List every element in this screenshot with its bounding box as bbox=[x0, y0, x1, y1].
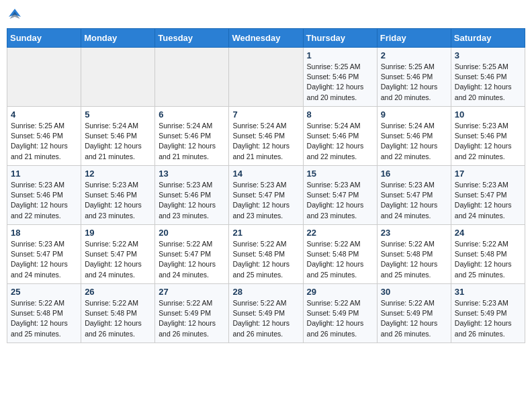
day-number: 5 bbox=[85, 109, 151, 120]
day-cell: 24Sunrise: 5:22 AM Sunset: 5:48 PM Dayli… bbox=[451, 225, 525, 284]
day-number: 18 bbox=[11, 228, 77, 238]
day-number: 14 bbox=[232, 169, 299, 179]
day-cell bbox=[155, 48, 229, 107]
day-info: Sunrise: 5:22 AM Sunset: 5:48 PM Dayligh… bbox=[232, 239, 299, 280]
calendar-header: SundayMondayTuesdayWednesdayThursdayFrid… bbox=[7, 29, 525, 48]
header-sunday: Sunday bbox=[7, 29, 81, 48]
header-row: SundayMondayTuesdayWednesdayThursdayFrid… bbox=[7, 29, 525, 48]
day-cell: 22Sunrise: 5:22 AM Sunset: 5:48 PM Dayli… bbox=[303, 225, 377, 284]
day-number: 25 bbox=[11, 287, 77, 297]
day-number: 2 bbox=[381, 50, 447, 60]
day-info: Sunrise: 5:23 AM Sunset: 5:47 PM Dayligh… bbox=[232, 180, 299, 221]
calendar-body: 1Sunrise: 5:25 AM Sunset: 5:46 PM Daylig… bbox=[7, 48, 525, 343]
day-cell: 12Sunrise: 5:23 AM Sunset: 5:46 PM Dayli… bbox=[81, 166, 155, 225]
day-info: Sunrise: 5:24 AM Sunset: 5:46 PM Dayligh… bbox=[381, 121, 447, 162]
day-info: Sunrise: 5:22 AM Sunset: 5:49 PM Dayligh… bbox=[232, 298, 299, 339]
day-info: Sunrise: 5:22 AM Sunset: 5:48 PM Dayligh… bbox=[11, 298, 77, 339]
day-cell: 31Sunrise: 5:23 AM Sunset: 5:49 PM Dayli… bbox=[451, 284, 525, 343]
day-info: Sunrise: 5:22 AM Sunset: 5:47 PM Dayligh… bbox=[159, 239, 225, 280]
day-number: 24 bbox=[455, 228, 521, 238]
day-number: 8 bbox=[307, 109, 373, 120]
day-number: 11 bbox=[11, 169, 77, 179]
day-info: Sunrise: 5:25 AM Sunset: 5:46 PM Dayligh… bbox=[381, 62, 447, 103]
day-cell: 16Sunrise: 5:23 AM Sunset: 5:47 PM Dayli… bbox=[377, 166, 451, 225]
day-cell: 7Sunrise: 5:24 AM Sunset: 5:46 PM Daylig… bbox=[229, 107, 303, 166]
day-info: Sunrise: 5:24 AM Sunset: 5:46 PM Dayligh… bbox=[307, 121, 373, 162]
header-friday: Friday bbox=[377, 29, 451, 48]
day-number: 16 bbox=[381, 169, 447, 179]
day-info: Sunrise: 5:23 AM Sunset: 5:46 PM Dayligh… bbox=[159, 180, 225, 221]
header-tuesday: Tuesday bbox=[155, 29, 229, 48]
day-number: 26 bbox=[85, 287, 151, 297]
day-cell: 3Sunrise: 5:25 AM Sunset: 5:46 PM Daylig… bbox=[451, 48, 525, 107]
day-cell: 26Sunrise: 5:22 AM Sunset: 5:48 PM Dayli… bbox=[81, 284, 155, 343]
day-cell: 5Sunrise: 5:24 AM Sunset: 5:46 PM Daylig… bbox=[81, 107, 155, 166]
day-info: Sunrise: 5:23 AM Sunset: 5:46 PM Dayligh… bbox=[455, 121, 521, 162]
day-info: Sunrise: 5:23 AM Sunset: 5:46 PM Dayligh… bbox=[11, 180, 77, 221]
day-info: Sunrise: 5:23 AM Sunset: 5:47 PM Dayligh… bbox=[11, 239, 77, 280]
week-row-3: 11Sunrise: 5:23 AM Sunset: 5:46 PM Dayli… bbox=[7, 166, 525, 225]
day-cell: 20Sunrise: 5:22 AM Sunset: 5:47 PM Dayli… bbox=[155, 225, 229, 284]
day-info: Sunrise: 5:25 AM Sunset: 5:46 PM Dayligh… bbox=[307, 62, 373, 103]
day-info: Sunrise: 5:23 AM Sunset: 5:47 PM Dayligh… bbox=[307, 180, 373, 221]
day-cell: 17Sunrise: 5:23 AM Sunset: 5:47 PM Dayli… bbox=[451, 166, 525, 225]
day-cell: 1Sunrise: 5:25 AM Sunset: 5:46 PM Daylig… bbox=[303, 48, 377, 107]
day-cell: 27Sunrise: 5:22 AM Sunset: 5:49 PM Dayli… bbox=[155, 284, 229, 343]
header-monday: Monday bbox=[81, 29, 155, 48]
day-cell: 25Sunrise: 5:22 AM Sunset: 5:48 PM Dayli… bbox=[7, 284, 81, 343]
day-cell: 2Sunrise: 5:25 AM Sunset: 5:46 PM Daylig… bbox=[377, 48, 451, 107]
day-cell: 30Sunrise: 5:22 AM Sunset: 5:49 PM Dayli… bbox=[377, 284, 451, 343]
header-saturday: Saturday bbox=[451, 29, 525, 48]
page-header bbox=[7, 7, 525, 23]
day-cell: 15Sunrise: 5:23 AM Sunset: 5:47 PM Dayli… bbox=[303, 166, 377, 225]
day-number: 6 bbox=[159, 109, 225, 120]
day-info: Sunrise: 5:22 AM Sunset: 5:48 PM Dayligh… bbox=[307, 239, 373, 280]
day-number: 29 bbox=[307, 287, 373, 297]
day-number: 15 bbox=[307, 169, 373, 179]
day-info: Sunrise: 5:23 AM Sunset: 5:47 PM Dayligh… bbox=[455, 180, 521, 221]
day-cell: 11Sunrise: 5:23 AM Sunset: 5:46 PM Dayli… bbox=[7, 166, 81, 225]
week-row-2: 4Sunrise: 5:25 AM Sunset: 5:46 PM Daylig… bbox=[7, 107, 525, 166]
day-info: Sunrise: 5:23 AM Sunset: 5:49 PM Dayligh… bbox=[455, 298, 521, 339]
day-info: Sunrise: 5:24 AM Sunset: 5:46 PM Dayligh… bbox=[85, 121, 151, 162]
day-cell: 19Sunrise: 5:22 AM Sunset: 5:47 PM Dayli… bbox=[81, 225, 155, 284]
day-cell: 29Sunrise: 5:22 AM Sunset: 5:49 PM Dayli… bbox=[303, 284, 377, 343]
day-number: 30 bbox=[381, 287, 447, 297]
header-thursday: Thursday bbox=[303, 29, 377, 48]
day-info: Sunrise: 5:23 AM Sunset: 5:46 PM Dayligh… bbox=[85, 180, 151, 221]
day-info: Sunrise: 5:22 AM Sunset: 5:48 PM Dayligh… bbox=[85, 298, 151, 339]
day-cell: 14Sunrise: 5:23 AM Sunset: 5:47 PM Dayli… bbox=[229, 166, 303, 225]
day-cell bbox=[7, 48, 81, 107]
day-number: 21 bbox=[232, 228, 299, 238]
day-cell: 4Sunrise: 5:25 AM Sunset: 5:46 PM Daylig… bbox=[7, 107, 81, 166]
day-cell: 23Sunrise: 5:22 AM Sunset: 5:48 PM Dayli… bbox=[377, 225, 451, 284]
day-info: Sunrise: 5:23 AM Sunset: 5:47 PM Dayligh… bbox=[381, 180, 447, 221]
day-cell bbox=[229, 48, 303, 107]
day-cell bbox=[81, 48, 155, 107]
day-number: 10 bbox=[455, 109, 521, 120]
week-row-5: 25Sunrise: 5:22 AM Sunset: 5:48 PM Dayli… bbox=[7, 284, 525, 343]
calendar-table: SundayMondayTuesdayWednesdayThursdayFrid… bbox=[7, 28, 525, 343]
day-info: Sunrise: 5:25 AM Sunset: 5:46 PM Dayligh… bbox=[11, 121, 77, 162]
day-info: Sunrise: 5:24 AM Sunset: 5:46 PM Dayligh… bbox=[159, 121, 225, 162]
day-info: Sunrise: 5:22 AM Sunset: 5:47 PM Dayligh… bbox=[85, 239, 151, 280]
day-info: Sunrise: 5:25 AM Sunset: 5:46 PM Dayligh… bbox=[455, 62, 521, 103]
day-number: 19 bbox=[85, 228, 151, 238]
day-number: 17 bbox=[455, 169, 521, 179]
day-cell: 10Sunrise: 5:23 AM Sunset: 5:46 PM Dayli… bbox=[451, 107, 525, 166]
week-row-4: 18Sunrise: 5:23 AM Sunset: 5:47 PM Dayli… bbox=[7, 225, 525, 284]
day-number: 22 bbox=[307, 228, 373, 238]
day-number: 4 bbox=[11, 109, 77, 120]
day-number: 9 bbox=[381, 109, 447, 120]
day-info: Sunrise: 5:22 AM Sunset: 5:48 PM Dayligh… bbox=[381, 239, 447, 280]
day-number: 20 bbox=[159, 228, 225, 238]
day-number: 28 bbox=[232, 287, 299, 297]
week-row-1: 1Sunrise: 5:25 AM Sunset: 5:46 PM Daylig… bbox=[7, 48, 525, 107]
day-info: Sunrise: 5:22 AM Sunset: 5:49 PM Dayligh… bbox=[307, 298, 373, 339]
day-cell: 13Sunrise: 5:23 AM Sunset: 5:46 PM Dayli… bbox=[155, 166, 229, 225]
day-number: 27 bbox=[159, 287, 225, 297]
day-cell: 6Sunrise: 5:24 AM Sunset: 5:46 PM Daylig… bbox=[155, 107, 229, 166]
day-cell: 18Sunrise: 5:23 AM Sunset: 5:47 PM Dayli… bbox=[7, 225, 81, 284]
day-cell: 21Sunrise: 5:22 AM Sunset: 5:48 PM Dayli… bbox=[229, 225, 303, 284]
day-info: Sunrise: 5:24 AM Sunset: 5:46 PM Dayligh… bbox=[232, 121, 299, 162]
